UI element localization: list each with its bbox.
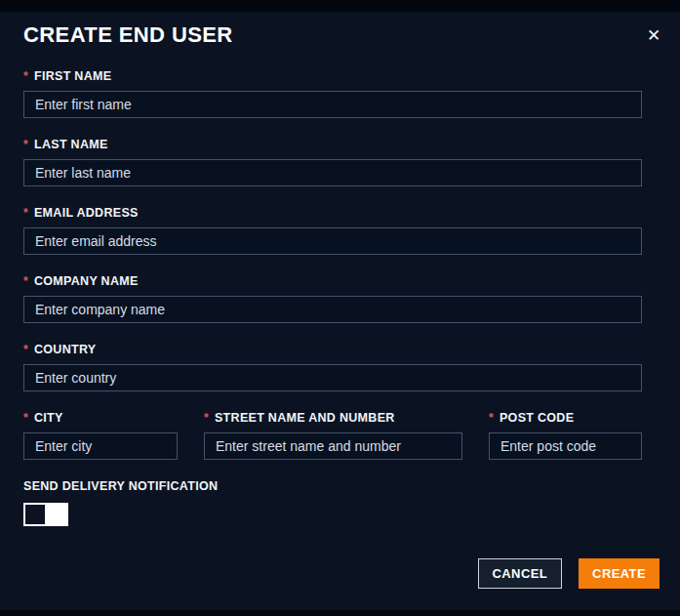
city-label: *CITY — [23, 410, 178, 426]
modal-actions: CANCEL CREATE — [478, 558, 660, 589]
street-field[interactable] — [204, 432, 462, 460]
field-group-post-code: *POST CODE — [489, 410, 642, 460]
required-asterisk: * — [23, 411, 28, 425]
company-field[interactable] — [23, 296, 642, 323]
email-label-text: EMAIL ADDRESS — [34, 206, 139, 220]
post-code-label: *POST CODE — [489, 410, 642, 426]
country-label: *COUNTRY — [23, 342, 642, 357]
field-group-email: *EMAIL ADDRESS — [23, 205, 642, 255]
company-label: *COMPANY NAME — [23, 273, 642, 289]
first-name-label: *FIRST NAME — [23, 68, 642, 84]
city-label-text: CITY — [34, 411, 63, 425]
address-row: *CITY *STREET NAME AND NUMBER *POST CODE — [23, 410, 642, 460]
first-name-field[interactable] — [23, 91, 642, 118]
delivery-notification-toggle[interactable] — [23, 503, 68, 526]
cancel-button[interactable]: CANCEL — [478, 558, 563, 589]
street-label: *STREET NAME AND NUMBER — [204, 410, 462, 426]
required-asterisk: * — [23, 69, 28, 83]
last-name-field[interactable] — [23, 159, 642, 186]
field-group-delivery-notification: SEND DELIVERY NOTIFICATION — [23, 478, 642, 526]
company-label-text: COMPANY NAME — [34, 274, 139, 288]
field-group-street: *STREET NAME AND NUMBER — [204, 410, 462, 460]
country-field[interactable] — [23, 364, 642, 391]
country-label-text: COUNTRY — [34, 343, 96, 356]
post-code-label-text: POST CODE — [500, 411, 574, 425]
email-label: *EMAIL ADDRESS — [23, 205, 642, 221]
required-asterisk: * — [23, 274, 28, 288]
required-asterisk: * — [489, 411, 494, 425]
toggle-knob — [25, 505, 45, 524]
create-button[interactable]: CREATE — [579, 558, 660, 589]
delivery-notification-label: SEND DELIVERY NOTIFICATION — [23, 478, 642, 494]
field-group-country: *COUNTRY — [23, 342, 642, 391]
city-field[interactable] — [23, 432, 178, 460]
email-field[interactable] — [23, 227, 642, 255]
required-asterisk: * — [204, 411, 209, 425]
street-label-text: STREET NAME AND NUMBER — [215, 411, 395, 425]
close-icon[interactable]: ✕ — [643, 25, 664, 47]
last-name-label: *LAST NAME — [23, 137, 642, 152]
field-group-last-name: *LAST NAME — [23, 137, 642, 186]
required-asterisk: * — [23, 138, 28, 151]
last-name-label-text: LAST NAME — [34, 138, 108, 151]
required-asterisk: * — [23, 206, 28, 220]
first-name-label-text: FIRST NAME — [34, 69, 111, 83]
field-group-company: *COMPANY NAME — [23, 273, 642, 323]
page-title: CREATE END USER — [23, 21, 642, 49]
create-end-user-modal: ✕ CREATE END USER *FIRST NAME *LAST NAME… — [0, 12, 680, 610]
post-code-field[interactable] — [489, 432, 642, 460]
field-group-city: *CITY — [23, 410, 178, 460]
required-asterisk: * — [23, 343, 28, 356]
field-group-first-name: *FIRST NAME — [23, 68, 642, 118]
